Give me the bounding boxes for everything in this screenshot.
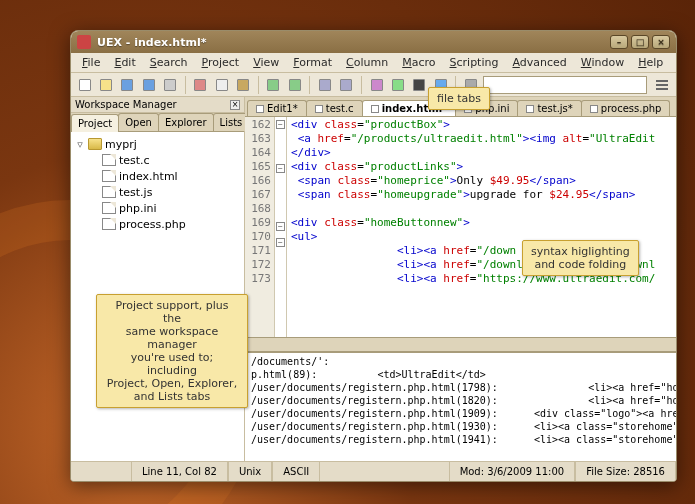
run-icon[interactable] [388, 75, 407, 95]
fold-column[interactable]: −−−− [275, 117, 287, 337]
status-encoding: ASCII [272, 462, 320, 481]
code-content[interactable]: <div class="productBox"> <a href="/produ… [287, 117, 676, 337]
titlebar[interactable]: UEX - index.html* – □ × [71, 31, 676, 53]
workspace-tab-open[interactable]: Open [118, 113, 159, 131]
status-modified: Mod: 3/6/2009 11:00 [449, 462, 576, 481]
open-file-icon[interactable] [96, 75, 115, 95]
menu-file[interactable]: File [75, 54, 107, 71]
tree-file[interactable]: test.js [75, 184, 240, 200]
app-icon [77, 35, 91, 49]
menu-edit[interactable]: Edit [107, 54, 142, 71]
tree-root[interactable]: ▿myprj [75, 136, 240, 152]
terminal-icon[interactable] [410, 75, 429, 95]
status-filesize: File Size: 28516 [575, 462, 676, 481]
code-editor[interactable]: 162163164165166167168169170171172173 −−−… [245, 117, 676, 337]
file-tab[interactable]: test.c [306, 100, 363, 116]
cut-icon[interactable] [191, 75, 210, 95]
menu-format[interactable]: Format [286, 54, 339, 71]
line-gutter: 162163164165166167168169170171172173 [245, 117, 275, 337]
menu-project[interactable]: Project [195, 54, 247, 71]
new-file-icon[interactable] [75, 75, 94, 95]
paste-icon[interactable] [233, 75, 252, 95]
menu-window[interactable]: Window [574, 54, 631, 71]
save-all-icon[interactable] [139, 75, 158, 95]
tree-file[interactable]: test.c [75, 152, 240, 168]
tree-file[interactable]: process.php [75, 216, 240, 232]
status-position: Line 11, Col 82 [131, 462, 228, 481]
copy-icon[interactable] [212, 75, 231, 95]
replace-icon[interactable] [337, 75, 356, 95]
workspace-manager-title: Workspace Manager [75, 99, 177, 110]
horizontal-scrollbar[interactable] [245, 337, 676, 351]
menu-macro[interactable]: Macro [395, 54, 442, 71]
callout-syntax: syntax higlighting and code folding [522, 240, 639, 276]
maximize-button[interactable]: □ [631, 35, 649, 49]
minimize-button[interactable]: – [610, 35, 628, 49]
tree-file[interactable]: php.ini [75, 200, 240, 216]
file-tab[interactable]: process.php [581, 100, 671, 116]
callout-project: Project support, plus the same workspace… [96, 294, 248, 408]
menu-scripting[interactable]: Scripting [443, 54, 506, 71]
workspace-tabs: ProjectOpenExplorerLists [71, 113, 244, 132]
file-tab[interactable]: Edit1* [247, 100, 307, 116]
statusbar: Line 11, Col 82 Unix ASCII Mod: 3/6/2009… [71, 461, 676, 481]
redo-icon[interactable] [285, 75, 304, 95]
toolbar-combo[interactable] [483, 76, 647, 94]
find-icon[interactable] [315, 75, 334, 95]
toolbar-menu-icon[interactable] [653, 75, 672, 95]
tree-file[interactable]: index.html [75, 168, 240, 184]
menu-view[interactable]: View [246, 54, 286, 71]
workspace-tab-lists[interactable]: Lists [213, 113, 250, 131]
status-eol: Unix [228, 462, 272, 481]
save-icon[interactable] [118, 75, 137, 95]
workspace-tab-explorer[interactable]: Explorer [158, 113, 214, 131]
window-title: UEX - index.html* [97, 36, 206, 49]
close-button[interactable]: × [652, 35, 670, 49]
undo-icon[interactable] [264, 75, 283, 95]
menu-advanced[interactable]: Advanced [505, 54, 573, 71]
workspace-close-icon[interactable]: × [230, 100, 240, 110]
workspace-tab-project[interactable]: Project [71, 114, 119, 132]
menu-column[interactable]: Column [339, 54, 395, 71]
file-tab[interactable]: test.js* [517, 100, 581, 116]
callout-filetabs: file tabs [428, 87, 490, 110]
menu-search[interactable]: Search [143, 54, 195, 71]
menu-help[interactable]: Help [631, 54, 670, 71]
output-panel[interactable]: /documents/': p.html(89): <td>UltraEdit<… [245, 351, 676, 461]
bookmark-icon[interactable] [367, 75, 386, 95]
toolbar [71, 73, 676, 97]
menubar: FileEditSearchProjectViewFormatColumnMac… [71, 53, 676, 73]
print-icon[interactable] [160, 75, 179, 95]
editor-area: Edit1*test.cindex.html*php.initest.js*pr… [245, 97, 676, 461]
workspace-manager-header: Workspace Manager × [71, 97, 244, 113]
